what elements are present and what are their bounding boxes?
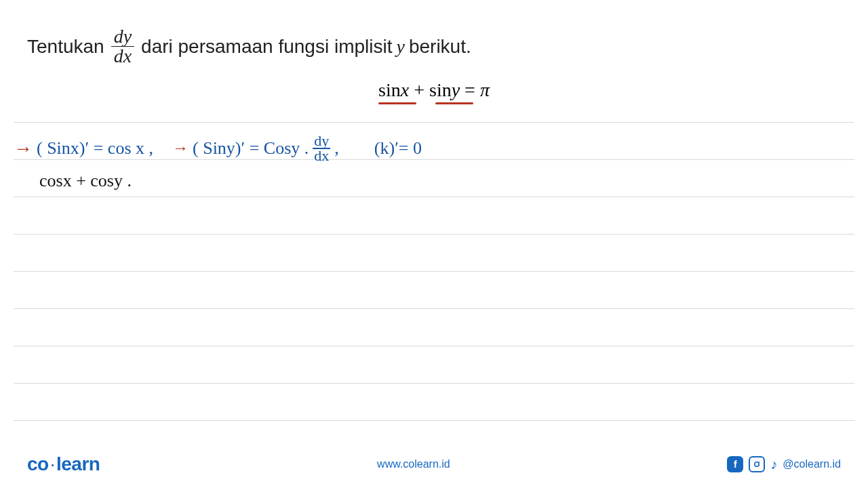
red-underline-siny xyxy=(435,102,473,104)
red-underline-sinx xyxy=(378,102,416,104)
hw-derivative-siny: ( Siny)′ = Cosy . xyxy=(193,138,309,159)
instagram-icon xyxy=(749,456,765,472)
hw-comma: , xyxy=(334,138,339,159)
logo: co·learn xyxy=(27,453,100,475)
logo-co: co xyxy=(27,453,49,474)
eq-eq: = xyxy=(460,79,480,100)
q-prefix: Tentukan xyxy=(27,36,104,58)
logo-dot: · xyxy=(50,453,55,474)
logo-learn: learn xyxy=(56,453,100,474)
handwriting-line-1: → ( Sinx)′ = cos x , → ( Siny)′ = Cosy .… xyxy=(14,134,422,163)
hw-result: cosx + cosy . xyxy=(39,171,132,190)
rule-line xyxy=(14,420,854,421)
handwriting-line-2: cosx + cosy . xyxy=(39,171,132,191)
fraction-dy-dx: dy dx xyxy=(111,27,134,66)
footer: co·learn www.colearn.id f ♪ @colearn.id xyxy=(0,441,868,488)
eq-sin2: sin xyxy=(429,79,452,100)
equation-inner: sinx + siny = π xyxy=(378,79,490,101)
rule-line xyxy=(14,234,854,235)
equation: sinx + siny = π xyxy=(27,79,841,101)
eq-pi: π xyxy=(480,79,490,100)
eq-plus: + xyxy=(409,79,429,100)
rule-line xyxy=(14,197,854,197)
question-area: Tentukan dy dx dari persamaan fungsi imp… xyxy=(0,0,868,108)
tiktok-icon: ♪ xyxy=(770,457,777,472)
lined-paper: → ( Sinx)′ = cos x , → ( Siny)′ = Cosy .… xyxy=(14,122,854,427)
facebook-icon: f xyxy=(727,456,743,472)
hw-frac-den: dx xyxy=(313,149,330,163)
frac-den: dx xyxy=(111,47,134,66)
rule-line xyxy=(14,346,854,346)
q-suffix2: berikut. xyxy=(409,36,471,58)
rule-line xyxy=(14,383,854,384)
arrow-icon: → xyxy=(172,139,189,157)
rule-line xyxy=(14,271,854,272)
social-handle: @colearn.id xyxy=(783,458,841,470)
frac-num: dy xyxy=(111,27,134,47)
q-var: y xyxy=(396,36,404,58)
q-suffix1: dari persamaan fungsi implisit xyxy=(141,36,392,58)
arrow-icon: → xyxy=(14,138,33,159)
eq-x: x xyxy=(401,79,409,100)
hw-constant-deriv: (k)′= 0 xyxy=(374,138,422,159)
eq-y: y xyxy=(452,79,460,100)
footer-url: www.colearn.id xyxy=(377,458,450,470)
hw-derivative-sinx: ( Sinx)′ = cos x , xyxy=(37,138,153,159)
social-links: f ♪ @colearn.id xyxy=(727,456,841,472)
eq-sin1: sin xyxy=(378,79,401,100)
rule-line xyxy=(14,122,854,123)
svg-point-1 xyxy=(759,462,760,463)
rule-line xyxy=(14,308,854,309)
hw-frac-dydx: dy dx xyxy=(313,134,330,163)
question-text: Tentukan dy dx dari persamaan fungsi imp… xyxy=(27,27,841,66)
svg-point-0 xyxy=(755,462,759,466)
